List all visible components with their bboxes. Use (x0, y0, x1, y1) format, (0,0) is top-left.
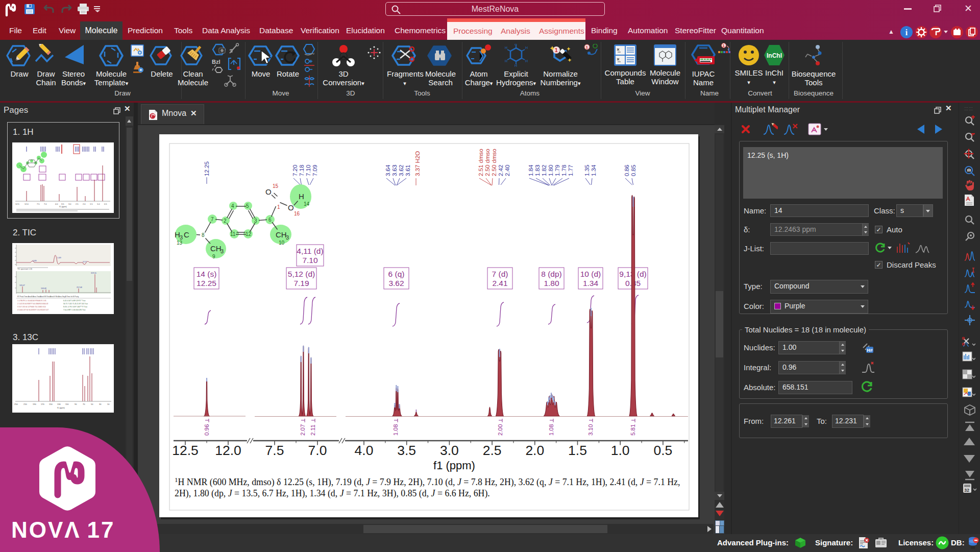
svg-text:7.18: 7.18 (299, 165, 305, 176)
svg-text:8.0%. 0.791 3.097 1467**77 Tru: 8.0%. 0.791 3.097 1467**77 True (63, 306, 87, 308)
svg-text:12.0: 12.0 (24, 203, 29, 205)
svg-text:1.08: 1.08 (548, 424, 554, 436)
svg-text:2.00: 2.00 (497, 424, 503, 436)
svg-text:10: 10 (279, 240, 285, 246)
svg-text:11: 11 (230, 231, 236, 237)
svg-text:0.86: 0.86 (624, 165, 630, 176)
svg-text:2.41: 2.41 (492, 279, 507, 287)
svg-text:4 5.644.137 64 56.433597 13.0.: 4 5.644.137 64 56.433597 13.0.81203 3.47 (17, 309, 48, 311)
svg-text:1.35: 1.35 (584, 165, 590, 176)
svg-text:1.84: 1.84 (528, 164, 534, 176)
svg-text:2.0: 2.0 (83, 203, 86, 205)
svg-text:2.5: 2.5 (76, 203, 79, 205)
svg-text:O: O (265, 187, 272, 196)
svg-text:5,12 (d): 5,12 (d) (288, 270, 315, 278)
svg-text:6: 6 (268, 217, 272, 223)
svg-text:4.0: 4.0 (55, 203, 58, 205)
svg-text:3.64: 3.64 (385, 164, 391, 176)
svg-text:7.09: 7.09 (312, 165, 318, 176)
svg-text:1.08: 1.08 (393, 424, 399, 436)
svg-text:1.80: 1.80 (548, 165, 554, 176)
svg-text:1 0.78078 1.0 16.06244 976646.: 1 0.78078 1.0 16.06244 976646.91 5.81 (17, 300, 46, 302)
svg-text:1: 1 (723, 43, 725, 48)
svg-text:15: 15 (273, 183, 279, 189)
svg-text:4: 4 (231, 203, 234, 209)
svg-text:1.79: 1.79 (554, 165, 560, 176)
svg-text:12.25: 12.25 (204, 161, 210, 176)
svg-text:3.62: 3.62 (398, 165, 404, 176)
svg-text:1.82: 1.82 (541, 165, 547, 176)
svg-text:2.0: 2.0 (525, 443, 544, 458)
svg-text:7.10: 7.10 (305, 165, 311, 176)
svg-text:319.16: 319.16 (91, 272, 96, 274)
svg-text:257.08: 257.08 (77, 286, 82, 289)
svg-text:50: 50 (91, 403, 93, 405)
svg-text:7.5: 7.5 (265, 443, 284, 458)
svg-text:1.78: 1.78 (561, 165, 567, 176)
svg-text:1.77: 1.77 (568, 165, 574, 176)
svg-text:C: C (184, 230, 189, 239)
svg-text:3: 3 (254, 218, 257, 224)
svg-text:2.07: 2.07 (300, 424, 306, 436)
svg-text:105.07: 105.07 (19, 284, 25, 286)
svg-text:3.63: 3.63 (391, 165, 398, 176)
svg-text:1.83: 1.83 (534, 165, 541, 176)
svg-text:1.0: 1.0 (611, 443, 630, 458)
svg-text:12: 12 (246, 231, 252, 237)
svg-text:O: O (288, 203, 294, 212)
svg-text:7.10: 7.10 (302, 256, 318, 265)
svg-text:1.5: 1.5 (568, 443, 587, 458)
svg-text:0.89: 0.89 (33, 259, 37, 262)
svg-text:7: 7 (211, 217, 214, 222)
svg-text:6 (q): 6 (q) (388, 270, 405, 278)
svg-text:7.0: 7.0 (308, 443, 327, 458)
svg-text:0.5: 0.5 (653, 443, 672, 458)
svg-text:H: H (514, 44, 517, 46)
svg-text:H: H (299, 192, 304, 201)
svg-text:2.11: 2.11 (310, 424, 316, 436)
svg-text:8: 8 (202, 232, 205, 238)
svg-text:3.62: 3.62 (388, 279, 404, 287)
svg-text:4.0: 4.0 (355, 443, 374, 458)
svg-text:163.08: 163.08 (41, 287, 46, 290)
svg-text:InChI: InChI (767, 52, 782, 59)
svg-text:1.80: 1.80 (544, 279, 559, 287)
svg-text:2: 2 (224, 218, 227, 224)
svg-text:f1 (ppm): f1 (ppm) (59, 205, 67, 208)
svg-text:110: 110 (65, 403, 69, 405)
svg-text:1H NMR (600 MHz, dmso) δ 12.25: 1H NMR (600 MHz, dmso) δ 12.25 (s, 1H), … (175, 476, 680, 488)
svg-text:4,11 (d): 4,11 (d) (297, 247, 323, 255)
svg-text:16: 16 (294, 211, 300, 217)
svg-text:1: 1 (586, 45, 589, 50)
svg-text:2.50 dmso: 2.50 dmso (491, 149, 497, 176)
svg-text:12.5: 12.5 (15, 203, 20, 205)
svg-text:250: 250 (14, 403, 18, 405)
svg-text:3.0: 3.0 (440, 443, 459, 458)
svg-text:0.96: 0.96 (204, 424, 210, 436)
svg-text:10: 10 (107, 403, 110, 405)
svg-text:Bzl: Bzl (212, 59, 220, 65)
svg-text:130: 130 (57, 403, 61, 405)
svg-text:CH: CH (276, 230, 287, 239)
svg-text:12.0: 12.0 (215, 443, 241, 458)
svg-text:5: 5 (246, 203, 249, 209)
svg-text:5.81: 5.81 (630, 424, 636, 436)
svg-text:90: 90 (75, 403, 77, 405)
svg-text:6.41 0.547 5.089 12975** True: 6.41 0.547 5.089 12975** True (63, 300, 86, 302)
svg-text:8 (dp): 8 (dp) (541, 270, 562, 278)
svg-text:32: 32 (964, 488, 969, 493)
svg-text:H: H (505, 46, 507, 50)
svg-text:0.5: 0.5 (104, 203, 107, 205)
svg-text:f1 (ppm): f1 (ppm) (57, 406, 65, 409)
svg-text:RT Peak Time AreaN Area TotalA: RT Peak Time AreaN Area TotalArea%N Tota… (17, 296, 79, 298)
svg-text:CH: CH (210, 244, 222, 253)
svg-text:7.0a 0.887 1.140 404.490 True: 7.0a 0.887 1.140 404.490 True (63, 309, 86, 311)
svg-text:14: 14 (304, 201, 310, 207)
svg-text:3 3.57.135 64 1279446 710.1346: 3 3.57.135 64 1279446 710.13465 8.20 (17, 306, 46, 308)
svg-text:H: H (514, 64, 517, 67)
svg-text:3: 3 (220, 248, 224, 254)
svg-text:3.10: 3.10 (587, 424, 594, 436)
svg-text:7.19: 7.19 (293, 279, 309, 287)
svg-text:7 (d): 7 (d) (492, 270, 508, 278)
svg-text:H: H (505, 59, 507, 63)
